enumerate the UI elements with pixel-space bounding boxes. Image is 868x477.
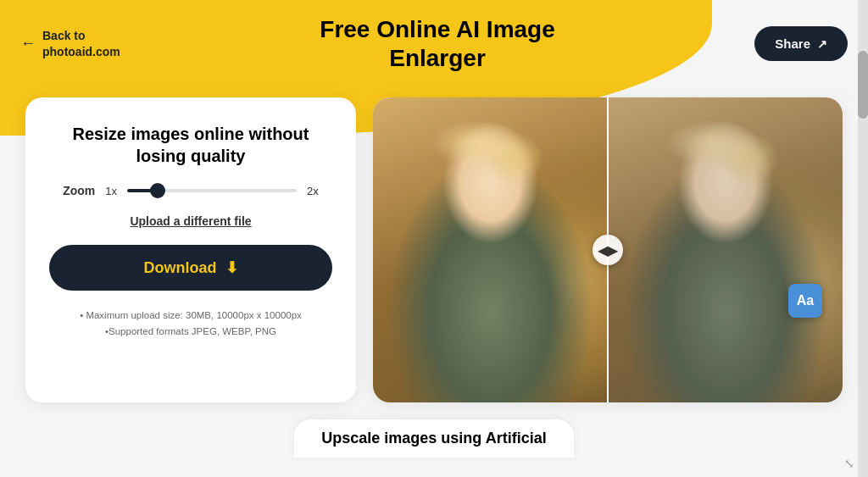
photo-original [373, 97, 608, 402]
header: ← Back tophotoaid.com Free Online AI Ima… [0, 0, 868, 80]
share-label: Share [775, 36, 810, 51]
scrollbar[interactable] [858, 0, 868, 477]
download-button[interactable]: Download ⬇ [49, 245, 332, 291]
comparison-handle[interactable]: ◀▶ [593, 235, 623, 265]
file-info-line2: •Supported formats JPEG, WEBP, PNG [80, 324, 302, 339]
handle-arrows-icon: ◀▶ [598, 242, 618, 258]
download-icon: ⬇ [225, 258, 238, 277]
back-link[interactable]: ← Back tophotoaid.com [20, 28, 120, 58]
photo-base-right [608, 97, 843, 402]
back-arrow-icon: ← [20, 35, 36, 53]
zoom-slider[interactable] [127, 189, 297, 192]
bottom-title: Upscale images using Artificial [294, 419, 573, 458]
resize-icon: ⤡ [844, 457, 854, 470]
scrollbar-thumb[interactable] [858, 51, 868, 119]
image-comparison[interactable]: ◀▶ Aa [373, 97, 843, 402]
file-info-line1: • Maximum upload size: 30MB, 10000px x 1… [80, 308, 302, 323]
upload-link[interactable]: Upload a different file [130, 214, 251, 228]
photo-enhanced [608, 97, 843, 402]
zoom-control: Zoom 1x 2x [49, 184, 332, 197]
share-icon: ↗ [817, 37, 827, 51]
file-info: • Maximum upload size: 30MB, 10000px x 1… [80, 308, 302, 339]
share-button[interactable]: Share ↗ [754, 26, 848, 61]
main-content: Resize images online without losing qual… [0, 89, 868, 411]
panel-title: Resize images online without losing qual… [49, 123, 332, 167]
photo-base-left [373, 97, 608, 402]
zoom-min-value: 1x [105, 185, 117, 197]
page-title: Free Online AI Image Enlarger [137, 15, 738, 72]
zoom-max-value: 2x [307, 185, 319, 197]
font-badge: Aa [788, 284, 822, 318]
right-panel: ◀▶ Aa [373, 97, 843, 402]
back-link-text: Back tophotoaid.com [42, 28, 120, 58]
download-label: Download [144, 259, 217, 277]
zoom-label: Zoom [63, 184, 95, 197]
bottom-section: Upscale images using Artificial [0, 411, 868, 458]
left-panel: Resize images online without losing qual… [25, 97, 356, 402]
